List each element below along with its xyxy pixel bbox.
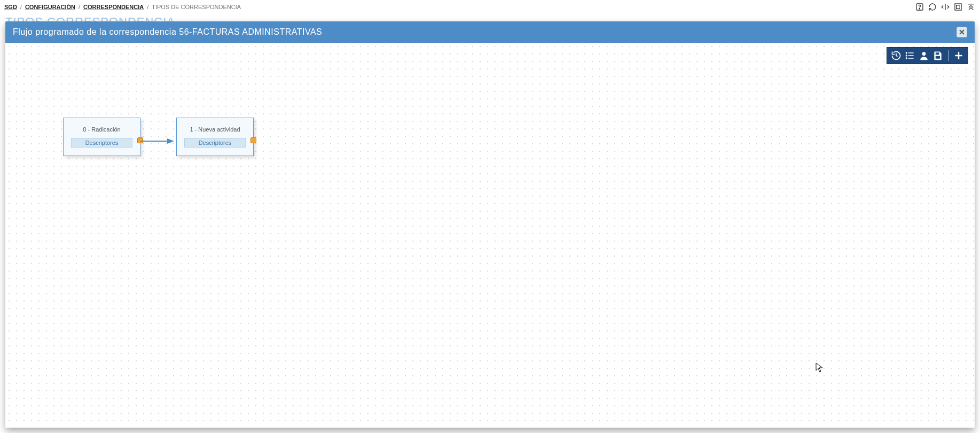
breadcrumb-sep: / — [20, 4, 22, 10]
top-bar: SGD / CONFIGURACIÓN / CORRESPONDENCIA / … — [0, 0, 980, 14]
breadcrumb-level2[interactable]: CORRESPONDENCIA — [83, 4, 144, 10]
svg-point-1 — [919, 9, 920, 9]
svg-rect-3 — [957, 5, 960, 9]
svg-rect-2 — [955, 4, 961, 10]
breadcrumb: SGD / CONFIGURACIÓN / CORRESPONDENCIA / … — [4, 4, 241, 10]
breadcrumb-level1[interactable]: CONFIGURACIÓN — [25, 4, 75, 10]
breadcrumb-sep: / — [79, 4, 80, 10]
maximize-icon[interactable] — [953, 2, 963, 12]
breadcrumb-sep: / — [147, 4, 148, 10]
help-icon[interactable] — [915, 2, 924, 12]
top-actions — [915, 2, 976, 12]
collapse-up-icon[interactable] — [966, 2, 976, 12]
split-icon[interactable] — [940, 2, 950, 12]
breadcrumb-current: TIPOS DE CORRESPONDENCIA — [152, 4, 241, 10]
breadcrumb-root[interactable]: SGD — [4, 4, 17, 10]
refresh-icon[interactable] — [928, 2, 937, 12]
